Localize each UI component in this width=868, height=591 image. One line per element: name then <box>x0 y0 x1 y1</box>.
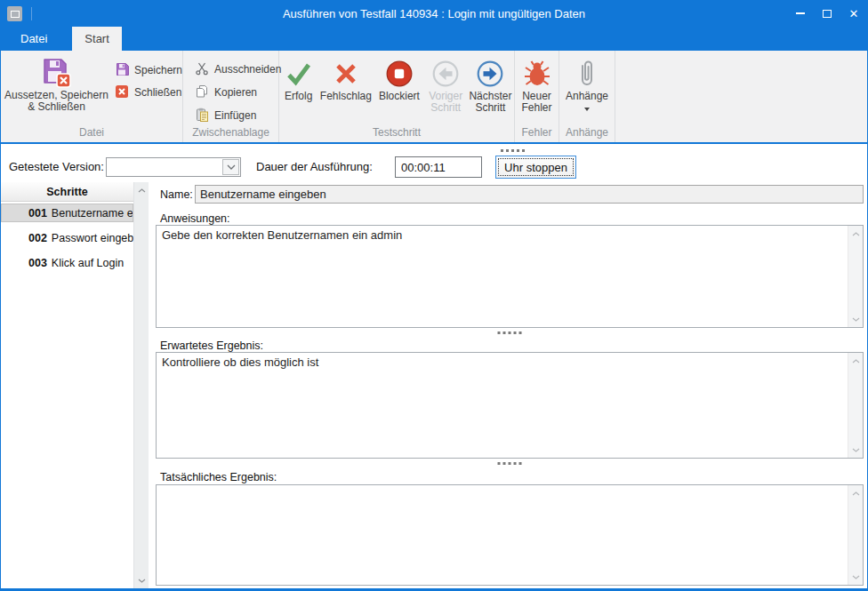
step-label: Klick auf Login <box>52 257 124 269</box>
scroll-down-icon[interactable] <box>134 573 149 587</box>
cut-icon <box>195 61 209 78</box>
maximize-icon <box>823 10 832 18</box>
save-label: Speichern <box>134 64 182 76</box>
tab-start[interactable]: Start <box>72 27 121 51</box>
window-title: Ausführen von Testfall 140934 : Login mi… <box>117 7 751 20</box>
ribbon-group-datei: Aussetzen, Speichern & Schließen Sp <box>1 51 183 142</box>
minimize-icon <box>796 12 805 14</box>
splitter-handle-2[interactable] <box>498 462 522 465</box>
combo-chevron-icon[interactable] <box>222 159 239 175</box>
steps-scrollbar[interactable] <box>133 182 149 588</box>
minimize-button[interactable] <box>787 0 814 27</box>
scroll-up-icon[interactable] <box>848 227 863 241</box>
execution-toolbar: Getestete Version: Dauer der Ausführung:… <box>1 146 867 182</box>
suspend-save-close-icon <box>40 56 72 90</box>
scroll-up-icon[interactable] <box>848 486 863 500</box>
instructions-label: Anweisungen: <box>160 212 230 225</box>
tab-datei[interactable]: Datei <box>8 27 60 51</box>
step-label: Benutzername eingeben <box>52 207 133 220</box>
ribbon-group-anhaenge: Anhänge Anhänge <box>559 51 615 142</box>
name-label: Name: <box>160 188 193 201</box>
splitter-handle-1[interactable] <box>498 331 522 334</box>
scroll-up-icon[interactable] <box>848 354 863 368</box>
close-icon: ✕ <box>849 8 859 20</box>
copy-label: Kopieren <box>214 86 257 99</box>
duration-label: Dauer der Ausführung: <box>256 160 373 173</box>
pass-label: Erfolg <box>285 91 312 102</box>
window-controls: ✕ <box>787 0 867 27</box>
cut-label: Ausschneiden <box>214 63 281 76</box>
actual-result-scrollbar[interactable] <box>848 485 863 585</box>
step-number: 002 <box>28 232 47 244</box>
save-icon <box>115 62 129 79</box>
actual-result-textbox <box>156 484 864 586</box>
close-document-icon <box>115 84 129 101</box>
titlebar: Ausführen von Testfall 140934 : Login mi… <box>1 0 867 27</box>
blocked-label: Blockiert <box>379 91 420 102</box>
scroll-down-icon[interactable] <box>848 570 863 584</box>
application-window: Ausführen von Testfall 140934 : Login mi… <box>0 0 868 591</box>
pass-icon <box>285 57 313 91</box>
new-defect-label: Neuer Fehler <box>518 91 556 114</box>
scroll-down-icon[interactable] <box>848 443 863 457</box>
tested-version-label: Getestete Version: <box>9 160 104 173</box>
titlebar-divider <box>31 7 32 20</box>
step-row-2[interactable]: 002 Passwort eingeben <box>1 228 133 247</box>
step-row-3[interactable]: 003 Klick auf Login <box>1 253 133 272</box>
step-row-1[interactable]: 001 Benutzername eingeben <box>1 204 133 222</box>
group-label-testschritt: Testschritt <box>279 126 514 139</box>
step-number: 001 <box>28 207 47 220</box>
next-step-label: Nächster Schritt <box>469 91 512 114</box>
app-icon[interactable] <box>7 6 22 21</box>
top-splitter-handle[interactable] <box>501 149 525 152</box>
next-step-icon <box>476 57 504 91</box>
group-label-datei: Datei <box>1 126 182 139</box>
stop-clock-button[interactable]: Uhr stoppen <box>495 156 576 179</box>
ribbon-group-zwischenablage: Ausschneiden Kopieren <box>183 51 279 142</box>
copy-button[interactable]: Kopieren <box>192 84 278 101</box>
fail-icon <box>333 57 359 91</box>
save-button[interactable]: Speichern <box>112 61 182 79</box>
actual-result-textarea[interactable] <box>157 485 863 585</box>
copy-icon <box>195 84 209 101</box>
expected-result-label: Erwartetes Ergebnis: <box>160 339 263 352</box>
instructions-textbox: Gebe den korrekten Benutzernamen ein adm… <box>156 225 864 328</box>
step-label: Passwort eingeben <box>52 232 133 244</box>
instructions-textarea[interactable]: Gebe den korrekten Benutzernamen ein adm… <box>157 226 863 327</box>
scroll-up-icon[interactable] <box>134 183 149 197</box>
close-document-button[interactable]: Schließen <box>112 84 182 101</box>
group-label-fehler: Fehler <box>515 126 559 139</box>
blocked-icon <box>385 57 414 91</box>
suspend-save-close-label: Aussetzen, Speichern & Schließen <box>3 90 110 113</box>
attachments-dropdown-icon[interactable] <box>584 108 590 111</box>
new-defect-icon <box>524 57 551 91</box>
previous-step-label: Voriger Schritt <box>427 91 465 114</box>
steps-panel: Schritte 001 Benutzername eingeben 002 P… <box>1 182 149 588</box>
close-document-label: Schließen <box>134 86 181 99</box>
instructions-scrollbar[interactable] <box>848 226 863 327</box>
ribbon: Aussetzen, Speichern & Schließen Sp <box>1 51 867 144</box>
tested-version-select[interactable] <box>106 157 241 177</box>
step-number: 003 <box>28 257 47 269</box>
group-label-zwischenablage: Zwischenablage <box>183 126 278 139</box>
maximize-button[interactable] <box>814 0 840 27</box>
attachments-label: Anhänge <box>566 91 608 102</box>
steps-header: Schritte <box>1 182 133 202</box>
expected-result-textbox: Kontrolliere ob dies möglich ist <box>156 352 864 459</box>
cut-button[interactable]: Ausschneiden <box>192 60 278 78</box>
suspend-save-close-button[interactable]: Aussetzen, Speichern & Schließen <box>1 53 112 113</box>
duration-input[interactable] <box>395 156 482 178</box>
scroll-down-icon[interactable] <box>848 312 863 326</box>
attachments-icon <box>577 57 597 91</box>
paste-icon <box>195 108 209 124</box>
fail-label: Fehlschlag <box>320 91 372 102</box>
paste-button[interactable]: Einfügen <box>192 107 278 124</box>
step-name-input[interactable] <box>195 185 864 204</box>
ribbon-group-fehler: Neuer Fehler Fehler <box>515 51 559 142</box>
ribbon-group-testschritt: Erfolg Fehlschlag Blockiert <box>279 51 515 142</box>
actual-result-label: Tatsächliches Ergebnis: <box>160 471 277 483</box>
expected-result-textarea[interactable]: Kontrolliere ob dies möglich ist <box>157 353 863 458</box>
expected-result-scrollbar[interactable] <box>848 353 863 458</box>
steps-list: 001 Benutzername eingeben 002 Passwort e… <box>1 204 133 588</box>
close-button[interactable]: ✕ <box>840 0 867 27</box>
